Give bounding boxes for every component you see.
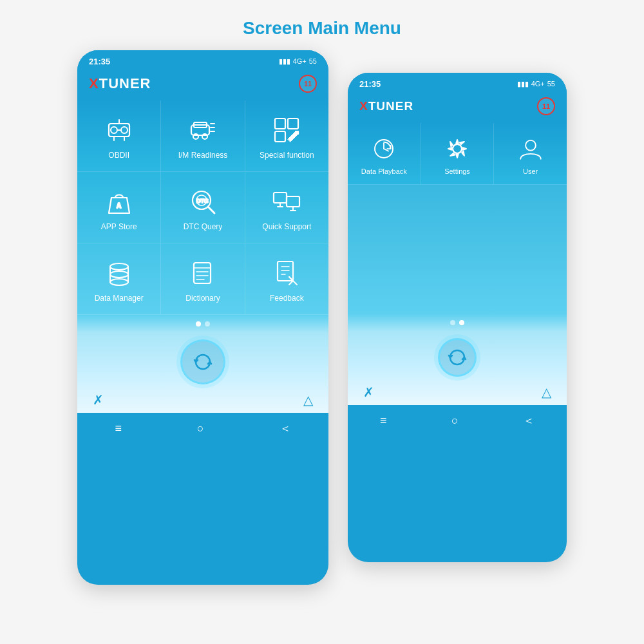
grid-cell-dictionary[interactable]: Dictionary	[161, 243, 245, 314]
status-bar-1: 21:35 ▮▮▮ 4G+ 55	[77, 50, 328, 70]
nav-home-2[interactable]: ○	[451, 414, 459, 428]
battery-1: 55	[309, 57, 317, 65]
app-header-1: XTUNER 11	[77, 70, 328, 100]
grid-cell-obdii[interactable]: OBDII	[77, 100, 161, 171]
im-readiness-icon	[187, 115, 218, 146]
data-playback-label: Data Playback	[361, 167, 407, 175]
svg-line-22	[208, 207, 214, 213]
dot-2-inactive[interactable]	[450, 320, 455, 325]
obdii-icon	[104, 115, 135, 146]
quick-support-icon	[271, 186, 302, 217]
svg-rect-27	[287, 196, 299, 207]
feedback-icon	[271, 258, 302, 289]
svg-text:A: A	[117, 202, 121, 209]
phone-1: 21:35 ▮▮▮ 4G+ 55 XTUNER 11	[77, 50, 328, 585]
nav-back-2[interactable]: ＜	[523, 413, 535, 428]
grid-cell-app-store[interactable]: A APP Store	[77, 172, 161, 243]
grid-cell-data-playback[interactable]: Data Playback	[348, 123, 421, 184]
dot-1-active[interactable]	[196, 321, 201, 327]
phones-container: 21:35 ▮▮▮ 4G+ 55 XTUNER 11	[0, 50, 644, 585]
settings-icon	[444, 135, 471, 162]
logo-x-1: X	[89, 75, 99, 91]
user-icon	[517, 135, 544, 162]
feedback-label: Feedback	[270, 294, 304, 303]
quick-support-label: Quick Support	[262, 222, 311, 231]
grid-cell-user[interactable]: User	[494, 123, 567, 184]
grid-area-1: OBDII	[77, 100, 328, 315]
logo-rest-1: TUNER	[99, 75, 151, 91]
svg-rect-15	[288, 118, 298, 129]
grid-cell-dtc-query[interactable]: DTC DTC Query	[161, 172, 245, 243]
bluetooth-icon-1[interactable]: ✗	[93, 392, 104, 408]
network-1: 4G+	[293, 57, 307, 65]
svg-rect-38	[194, 263, 211, 283]
sync-button-2[interactable]	[438, 338, 477, 377]
signal-icon-1: ▮▮▮	[279, 57, 290, 66]
grid-row-3: Data Manager	[77, 243, 328, 315]
bottom-area-2: ✗ △	[348, 332, 567, 405]
obdii-label: OBDII	[108, 151, 129, 160]
app-store-label: APP Store	[101, 222, 137, 231]
svg-rect-24	[274, 193, 287, 203]
flashlight-icon-1[interactable]: △	[303, 392, 313, 408]
notification-badge-1[interactable]: 11	[299, 75, 317, 93]
signal-icon-2: ▮▮▮	[517, 80, 529, 88]
bottom-area-1: ✗ △	[77, 333, 328, 413]
svg-point-31	[110, 263, 128, 270]
special-function-label: Special function	[260, 151, 314, 160]
grid-row-1: OBDII	[77, 100, 328, 172]
dot-1-inactive[interactable]	[205, 321, 210, 327]
svg-point-1	[111, 127, 117, 133]
phone-2: 21:35 ▮▮▮ 4G+ 55 XTUNER 11	[348, 73, 567, 562]
settings-label: Settings	[444, 167, 470, 175]
logo-x-2: X	[359, 99, 368, 113]
bottom-icons-row-2: ✗ △	[348, 377, 567, 405]
svg-point-2	[121, 127, 128, 133]
sync-button-1[interactable]	[180, 339, 225, 384]
battery-2: 55	[547, 80, 555, 88]
grid-cell-special-function[interactable]: Special function	[245, 100, 328, 171]
data-manager-icon	[104, 258, 135, 289]
nav-bar-2: ≡ ○ ＜	[348, 405, 567, 436]
data-playback-icon	[370, 135, 397, 162]
grid-row-2: A APP Store DTC	[77, 172, 328, 243]
dots-bar-1	[77, 315, 328, 333]
bottom-icons-row-1: ✗ △	[77, 384, 328, 413]
data-manager-label: Data Manager	[95, 294, 144, 303]
page-title: Screen Main Menu	[0, 0, 644, 50]
grid-cell-data-manager[interactable]: Data Manager	[77, 243, 161, 314]
flashlight-icon-2[interactable]: △	[542, 384, 551, 400]
grid-cell-feedback[interactable]: Feedback	[245, 243, 328, 314]
grid-cell-quick-support[interactable]: Quick Support	[245, 172, 328, 243]
logo-2: XTUNER	[359, 99, 413, 113]
dtc-query-icon: DTC	[187, 186, 218, 217]
svg-rect-14	[275, 118, 285, 129]
svg-rect-16	[275, 131, 285, 142]
dictionary-label: Dictionary	[185, 294, 220, 303]
nav-bar-1: ≡ ○ ＜	[77, 413, 328, 444]
dictionary-icon	[187, 258, 218, 289]
svg-point-34	[110, 271, 128, 278]
status-icons-1: ▮▮▮ 4G+ 55	[279, 57, 317, 66]
nav-menu-2[interactable]: ≡	[380, 414, 387, 428]
page-background: Screen Main Menu 21:35 ▮▮▮ 4G+ 55 XTUNER…	[0, 0, 644, 644]
app-header-2: XTUNER 11	[348, 92, 567, 123]
network-2: 4G+	[531, 80, 545, 88]
status-icons-2: ▮▮▮ 4G+ 55	[517, 80, 555, 88]
grid-cell-im-readiness[interactable]: I/M Readiness	[161, 100, 245, 171]
time-2: 21:35	[359, 79, 381, 89]
user-label: User	[523, 167, 538, 175]
grid-cell-settings[interactable]: Settings	[421, 123, 495, 184]
logo-rest-2: TUNER	[368, 99, 413, 113]
dot-2-active[interactable]	[459, 320, 464, 325]
dtc-query-label: DTC Query	[184, 222, 223, 231]
notification-badge-2[interactable]: 11	[537, 97, 555, 115]
time-1: 21:35	[89, 57, 110, 66]
nav-menu-1[interactable]: ≡	[115, 422, 122, 435]
bluetooth-icon-2[interactable]: ✗	[363, 384, 374, 400]
grid-area-2: Data Playback	[348, 123, 567, 314]
special-function-icon	[271, 115, 302, 146]
svg-point-55	[526, 140, 536, 150]
nav-back-1[interactable]: ＜	[279, 421, 291, 436]
nav-home-1[interactable]: ○	[197, 422, 204, 435]
